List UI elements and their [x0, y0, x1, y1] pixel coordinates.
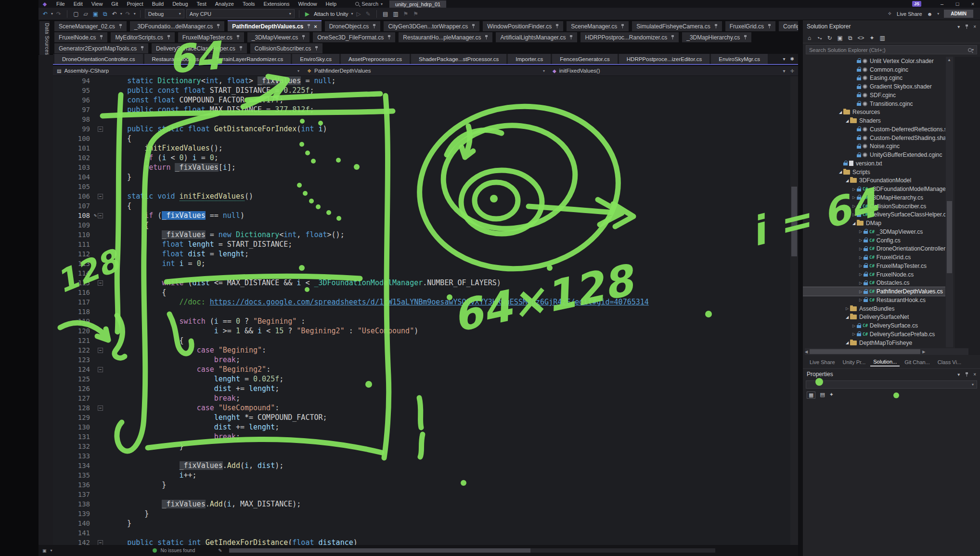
scroll-up-icon[interactable]: ▲ [947, 58, 951, 62]
code-line[interactable]: 102 if (i < 0) i = 0; [53, 153, 798, 163]
project-dropdown[interactable]: ▤ Assembly-CSharp ▾ [53, 66, 303, 76]
tab-SimulatedFisheyeCamera.cs[interactable]: SimulatedFisheyeCamera.cs [632, 21, 722, 31]
bookmark-next-icon[interactable]: ⚑ [412, 11, 420, 17]
expander-icon[interactable]: ▷ [858, 229, 864, 234]
code-line[interactable]: 104 } [53, 172, 798, 182]
menu-item-project[interactable]: Project [122, 0, 147, 7]
tree-item-Shaders[interactable]: ◢Shaders [803, 116, 945, 125]
code-line[interactable]: 110 _fixValues = new Dictionary<int, flo… [53, 230, 798, 240]
code-line[interactable]: 101 initFixedValues(); [53, 143, 798, 153]
menu-item-file[interactable]: File [52, 0, 69, 7]
navigate-back-icon[interactable]: ↶ [41, 11, 49, 17]
panel-tab-Solution...[interactable]: Solution... [870, 358, 900, 366]
editor-horizontal-scrollbar[interactable] [229, 548, 715, 553]
fold-collapse-icon[interactable]: − [98, 126, 103, 132]
fold-collapse-icon[interactable]: − [98, 213, 103, 218]
pin-icon[interactable] [620, 24, 624, 29]
copy-icon[interactable]: ⧉ [848, 35, 852, 41]
tab-FruxelGrid.cs[interactable]: FruxelGrid.cs [725, 21, 775, 31]
expander-icon[interactable]: ▷ [851, 204, 857, 208]
code-line[interactable]: 133 [53, 451, 798, 461]
code-line[interactable]: 100 { [53, 134, 798, 143]
panel-tab-Class Vi...[interactable]: Class Vi... [935, 358, 964, 366]
code-line[interactable]: 112 float dist = lenght; [53, 249, 798, 259]
pin-icon[interactable] [387, 35, 391, 40]
categorized-icon[interactable]: ▦ [807, 392, 815, 399]
tree-item-Obstacles.cs[interactable]: ▷C#Obstacles.cs [803, 279, 945, 288]
chevron-down-icon[interactable]: ▾ [51, 548, 52, 553]
code-line[interactable]: 107 { [53, 201, 798, 211]
preview-tab-DroneOrientationController.cs[interactable]: DroneOrientationController.cs [54, 54, 143, 64]
code-line[interactable]: 94 static Dictionary<int, float> _fixVal… [53, 76, 798, 86]
breakpoints-icon[interactable]: ▣ [42, 548, 47, 553]
code-line[interactable]: 96 const float COMPOUND_FACTOR = 1.17f; [53, 95, 798, 105]
pin-icon[interactable] [118, 24, 122, 29]
menu-item-view[interactable]: View [87, 0, 107, 7]
code-line[interactable]: 134 _fixValues.Add(i, dist); [53, 461, 798, 470]
tree-item-CollisionSubscriber.cs[interactable]: ▷C#CollisionSubscriber.cs [803, 202, 945, 211]
tree-item-Common.cginc[interactable]: Common.cginc [803, 65, 945, 74]
tree-item-Transitions.cginc[interactable]: Transitions.cginc [803, 100, 945, 108]
chevron-down-icon[interactable]: ▾ [51, 12, 53, 16]
code-line[interactable]: 111 float lenght = START_DISTANCE; [53, 240, 798, 249]
issues-status[interactable]: No issues found [161, 548, 195, 553]
code-line[interactable]: 126 dist += lenght; [53, 384, 798, 393]
tree-vertical-scrollbar[interactable]: ▲ [946, 57, 953, 347]
health-indicator-icon[interactable] [153, 548, 157, 553]
tree-item-FruxelMapTester.cs[interactable]: ▷C#FruxelMapTester.cs [803, 262, 945, 270]
tree-item-DeliverySurface.cs[interactable]: ▷C#DeliverySurface.cs [803, 321, 945, 330]
fold-collapse-icon[interactable]: − [98, 405, 103, 411]
code-line[interactable]: 138 _fixValues.Add(i, MAX_DISTANCE); [53, 499, 798, 509]
code-line[interactable]: 106− static void initFixedValues() [53, 191, 798, 201]
code-line[interactable]: 103 return _fixValues[i]; [53, 163, 798, 172]
platform-dropdown[interactable]: Any CPU▾ [186, 9, 295, 18]
pin-icon[interactable] [216, 24, 220, 29]
code-line[interactable]: 117 //doc: https://docs.google.com/sprea… [53, 297, 798, 307]
code-line[interactable]: 115− while (dist <= MAX_DISTANCE && i < … [53, 278, 798, 288]
tree-item-DeliverySurfaceNet[interactable]: ◢DeliverySurfaceNet [803, 313, 945, 322]
pending-changes-icon[interactable]: ◔▾ [816, 35, 822, 41]
tab-SceneManager.cs[interactable]: SceneManager.cs [567, 21, 629, 31]
panel-tab-Git Chan...[interactable]: Git Chan... [902, 358, 933, 366]
code-line[interactable]: 136 } [53, 480, 798, 490]
code-line[interactable]: 121 { [53, 336, 798, 345]
code-line[interactable]: 137 [53, 490, 798, 499]
expander-icon[interactable]: ◢ [838, 110, 843, 114]
properties-icon[interactable]: ✦ [870, 35, 875, 41]
tab-OneSec3D_FileFormat.cs[interactable]: OneSec3D_FileFormat.cs [313, 32, 395, 42]
code-line[interactable]: 131 break; [53, 432, 798, 442]
panel-tab-Unity Pr...[interactable]: Unity Pr... [840, 358, 869, 366]
pin-icon[interactable] [167, 35, 170, 40]
pin-icon[interactable] [767, 24, 771, 29]
code-line[interactable]: 127 break; [53, 393, 798, 403]
preview-tab-HDRPPostproce...izerEditor.cs[interactable]: HDRPPostproce...izerEditor.cs [619, 54, 710, 64]
open-file-icon[interactable]: ▱ [82, 11, 89, 17]
tree-item-Custom-DeferredShading.shader[interactable]: Custom-DeferredShading.shader [803, 134, 945, 142]
save-all-icon[interactable]: ⧉ [102, 11, 109, 17]
code-line[interactable]: 135 i++; [53, 470, 798, 480]
pin-icon[interactable] [99, 35, 103, 40]
tree-item-Resources[interactable]: ◢Resources [803, 108, 945, 117]
preview-tab-AssetPreprocessor.cs[interactable]: AssetPreprocessor.cs [341, 54, 410, 64]
gear-icon[interactable]: ✱ [790, 56, 794, 62]
close-icon[interactable]: × [973, 372, 976, 377]
tree-item-Custom-DeferredReflections.shade[interactable]: Custom-DeferredReflections.shade [803, 125, 945, 134]
menu-item-help[interactable]: Help [322, 0, 341, 7]
close-icon[interactable]: × [314, 24, 317, 29]
pin-icon[interactable] [671, 35, 674, 40]
menu-item-extensions[interactable]: Extensions [259, 0, 294, 7]
code-line[interactable]: 139 } [53, 509, 798, 518]
pin-icon[interactable] [140, 46, 144, 51]
tree-horizontal-scrollbar[interactable]: ◀ ▶ [805, 348, 968, 355]
tab-DeliverySurfaceClassHelper.cs[interactable]: DeliverySurfaceClassHelper.cs [152, 43, 247, 53]
pin-icon[interactable] [372, 24, 376, 29]
tab-_3DMapViewer.cs[interactable]: _3DMapViewer.cs [247, 32, 310, 42]
tab-_3DFoundatio...delManager.cs[interactable]: _3DFoundatio...delManager.cs [130, 21, 224, 31]
code-line[interactable]: 122− case "Begining": [53, 345, 798, 355]
expander-icon[interactable]: ▷ [858, 255, 864, 260]
scrollbar-thumb[interactable] [810, 349, 920, 354]
pin-icon[interactable] [714, 24, 718, 29]
pin-icon[interactable] [569, 35, 573, 40]
refresh-icon[interactable]: ↻ [827, 35, 832, 41]
tree-item-DeliverySurfacePrefab.cs[interactable]: ▷C#DeliverySurfacePrefab.cs [803, 330, 945, 339]
